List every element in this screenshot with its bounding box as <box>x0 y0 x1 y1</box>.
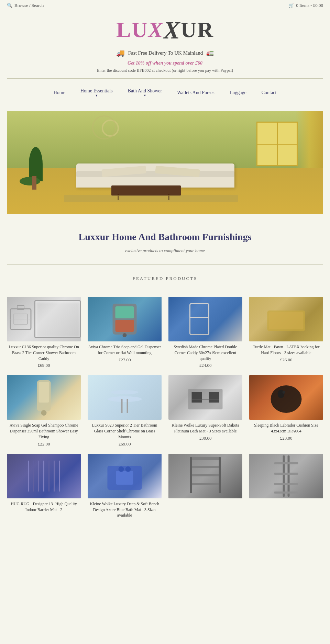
main-nav: Home Home Essentials ▼ Bath And Shower ▼… <box>0 83 330 103</box>
product-card[interactable]: Aviva Single Soap Gel Shampoo Chrome Dis… <box>7 375 81 447</box>
product-image <box>88 454 162 498</box>
product-image <box>7 297 81 341</box>
svg-rect-8 <box>190 304 209 335</box>
nav-luggage[interactable]: Luggage <box>222 88 254 98</box>
search-icon: 🔍 <box>7 3 12 8</box>
product-card[interactable] <box>249 454 323 520</box>
top-bar: 🔍 Browse / Search 🛒 0 Items - £0.00 <box>0 0 330 11</box>
nav-home[interactable]: Home <box>46 88 73 98</box>
svg-point-37 <box>125 466 131 472</box>
product-image <box>168 454 242 498</box>
svg-point-7 <box>123 333 127 337</box>
featured-divider <box>7 289 323 289</box>
delivery-banner: 🚚 Fast Free Delivery To UK Mainland 🚛 <box>0 46 330 58</box>
svg-rect-19 <box>127 399 128 413</box>
product-card[interactable] <box>168 454 242 520</box>
product-title: Aviva Single Soap Gel Shampoo Chrome Dis… <box>7 422 81 440</box>
discount-banner: Get 10% off when you spend over £60 Ente… <box>0 58 330 74</box>
product-card[interactable]: Aviya Chrome Trio Soap and Gel Dispenser… <box>88 297 162 368</box>
nav-home-essentials-label: Home Essentials <box>80 88 113 93</box>
svg-rect-41 <box>190 483 221 485</box>
cart-area[interactable]: 🛒 0 Items - £0.00 <box>288 3 323 8</box>
nav-home-label: Home <box>54 90 65 95</box>
product-image <box>249 454 323 498</box>
delivery-text: Fast Free Delivery To UK Mainland <box>128 50 203 56</box>
delivery-icon2: 🚛 <box>206 49 214 57</box>
discount-desc: Enter the discount code BFB002 at checko… <box>0 67 330 74</box>
logo-lux: LU <box>116 18 148 42</box>
nav-home-essentials[interactable]: Home Essentials ▼ <box>73 86 120 99</box>
svg-rect-38 <box>190 457 221 460</box>
svg-point-24 <box>271 385 302 413</box>
product-card[interactable]: Swedish Made Chrome Plated Double Corner… <box>168 297 242 368</box>
nav-bath-shower-label: Bath And Shower <box>128 88 162 93</box>
nav-bath-shower-arrow: ▼ <box>128 94 162 97</box>
product-card[interactable]: Sleeping Black Labrador Cushion Size 43x… <box>249 375 323 447</box>
nav-contact[interactable]: Contact <box>254 88 284 98</box>
nav-bath-shower[interactable]: Bath And Shower ▼ <box>120 86 170 99</box>
svg-point-16 <box>108 396 142 402</box>
svg-rect-43 <box>219 457 221 493</box>
svg-rect-42 <box>190 457 192 493</box>
product-price: £27.00 <box>88 357 162 363</box>
product-image <box>7 375 81 420</box>
product-card[interactable]: Turtle Mat - Fawn - LATEX backing for Ha… <box>249 297 323 368</box>
product-card[interactable]: Luxxur S023 Superior 2 Tier Bathroom Gla… <box>88 375 162 447</box>
product-image <box>7 454 81 498</box>
product-title: Kleine Wolke Luxury Deep & Soft Bench De… <box>88 501 162 518</box>
main-subtext: exclusive products to compliment your ho… <box>0 246 330 260</box>
svg-rect-46 <box>274 462 298 464</box>
svg-rect-35 <box>116 471 133 485</box>
product-price: £69.00 <box>88 441 162 447</box>
svg-rect-18 <box>121 399 123 413</box>
product-price: £30.00 <box>168 436 242 441</box>
product-card[interactable]: Kleine Wolke Luxury Deep & Soft Bench De… <box>88 454 162 520</box>
svg-rect-22 <box>209 392 219 403</box>
svg-rect-12 <box>269 312 304 329</box>
product-image <box>168 375 242 420</box>
svg-rect-39 <box>190 466 221 468</box>
svg-point-36 <box>119 466 124 472</box>
heading-divider <box>7 264 323 265</box>
browse-search-label[interactable]: Browse / Search <box>14 3 44 8</box>
product-card[interactable]: HUG RUG - Designer 13- High Quality Indo… <box>7 454 81 520</box>
svg-rect-23 <box>192 399 219 400</box>
product-grid: Luxxur C136 Superior quality Chrome On B… <box>0 293 330 530</box>
product-title: Luxxur S023 Superior 2 Tier Bathroom Gla… <box>88 422 162 440</box>
product-title: HUG RUG - Designer 13- High Quality Indo… <box>7 501 81 513</box>
product-image <box>88 375 162 420</box>
product-price: £24.00 <box>168 363 242 368</box>
logo[interactable]: LUXXUR <box>0 18 330 43</box>
svg-point-17 <box>111 390 139 394</box>
logo-area[interactable]: LUXXUR <box>0 11 330 46</box>
nav-divider <box>7 107 323 107</box>
main-heading: Luxxur Home And Bathroom Furnishings <box>7 231 323 242</box>
main-heading-area: Luxxur Home And Bathroom Furnishings <box>0 218 330 246</box>
logo-x2: X <box>164 16 181 44</box>
svg-point-26 <box>283 391 285 394</box>
nav-contact-label: Contact <box>262 90 277 95</box>
product-card[interactable]: Luxxur C136 Superior quality Chrome On B… <box>7 297 81 368</box>
product-title: Aviya Chrome Trio Soap and Gel Dispenser… <box>88 344 162 356</box>
svg-rect-40 <box>190 474 221 476</box>
delivery-icon: 🚚 <box>116 49 125 57</box>
featured-label: FEATURED PRODUCTS <box>0 269 330 285</box>
product-image <box>168 297 242 341</box>
product-image <box>249 297 323 341</box>
product-price: £26.00 <box>249 357 323 363</box>
svg-rect-44 <box>283 455 285 497</box>
nav-wallets-purses[interactable]: Wallets And Purses <box>169 88 222 98</box>
cart-label[interactable]: 0 Items - £0.00 <box>296 3 323 8</box>
svg-rect-14 <box>39 382 49 403</box>
hero-banner <box>7 111 323 214</box>
product-image <box>88 297 162 341</box>
search-area[interactable]: 🔍 Browse / Search <box>7 3 44 8</box>
product-card[interactable]: Kleine Wolke Luxury Super-Soft Dakota Pl… <box>168 375 242 447</box>
svg-rect-49 <box>274 492 298 494</box>
discount-title: Get 10% off when you spend over £60 <box>0 60 330 66</box>
product-title: Turtle Mat - Fawn - LATEX backing for Ha… <box>249 344 323 356</box>
product-title: Kleine Wolke Luxury Super-Soft Dakota Pl… <box>168 422 242 434</box>
svg-rect-6 <box>116 320 134 332</box>
product-title: Sleeping Black Labrador Cushion Size 43x… <box>249 422 323 434</box>
nav-wallets-purses-label: Wallets And Purses <box>177 90 214 95</box>
